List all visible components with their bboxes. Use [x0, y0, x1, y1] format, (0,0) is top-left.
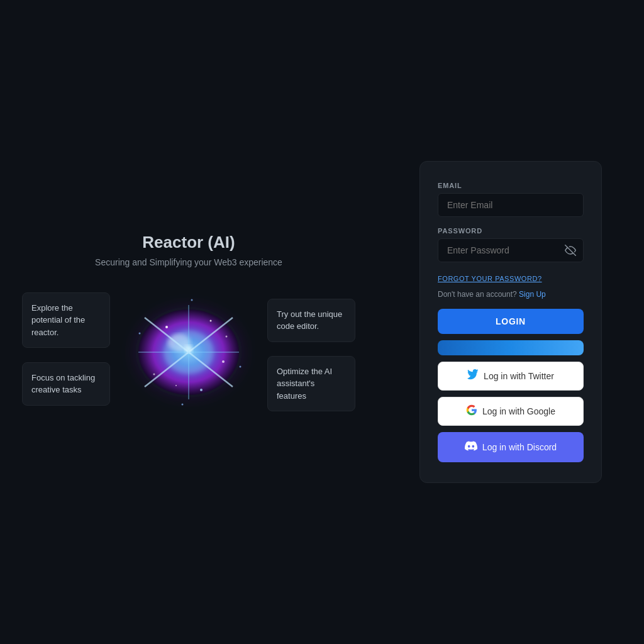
discord-login-label: Log in with Discord	[482, 442, 557, 452]
svg-point-17	[240, 365, 242, 367]
app-subtitle: Securing and Simplifying your Web3 exper…	[95, 257, 282, 267]
password-label: PASSWORD	[438, 227, 584, 235]
twitter-icon	[467, 369, 479, 383]
signup-link[interactable]: Sign Up	[519, 290, 546, 299]
discord-icon	[465, 440, 477, 455]
feature-card-explore: Explore the potential of the reactor.	[22, 292, 110, 348]
svg-point-15	[185, 345, 192, 353]
social-blue-button[interactable]	[438, 340, 584, 355]
google-icon	[466, 404, 477, 418]
svg-point-16	[139, 332, 141, 334]
feature-card-ai-assistant: Optimize the AI assistant's features	[267, 356, 355, 412]
reactor-logo-image	[119, 292, 258, 412]
email-form-group: EMAIL	[438, 182, 584, 217]
svg-point-14	[226, 335, 228, 337]
forgot-password-link[interactable]: FORGOT YOUR PASSWORD?	[438, 275, 542, 282]
svg-point-10	[222, 360, 225, 363]
discord-login-button[interactable]: Log in with Discord	[438, 432, 584, 462]
svg-point-19	[182, 403, 184, 405]
features-grid: Explore the potential of the reactor.	[22, 292, 355, 412]
right-panel: EMAIL PASSWORD FORGOT YOUR PASSWORD?	[377, 0, 644, 644]
twitter-login-button[interactable]: Log in with Twitter	[438, 362, 584, 391]
login-button[interactable]: LOGIN	[438, 309, 584, 334]
email-label: EMAIL	[438, 182, 584, 189]
svg-point-12	[200, 389, 203, 391]
feature-card-code-editor: Try out the unique code editor.	[267, 299, 355, 342]
svg-point-18	[191, 299, 193, 301]
svg-point-8	[165, 326, 168, 328]
svg-point-11	[153, 373, 155, 375]
google-login-button[interactable]: Log in with Google	[438, 397, 584, 426]
twitter-login-label: Log in with Twitter	[484, 371, 554, 381]
svg-point-9	[210, 319, 212, 321]
svg-point-13	[175, 385, 177, 386]
password-form-group: PASSWORD	[438, 227, 584, 262]
left-panel: Reactor (AI) Securing and Simplifying yo…	[0, 0, 377, 644]
signup-prompt: Don't have an account? Sign Up	[438, 290, 584, 299]
feature-card-focus: Focus on tackling creative tasks	[22, 362, 110, 406]
login-card: EMAIL PASSWORD FORGOT YOUR PASSWORD?	[419, 161, 602, 483]
app-title: Reactor (AI)	[142, 233, 235, 252]
toggle-password-icon[interactable]	[565, 245, 576, 256]
google-login-label: Log in with Google	[482, 406, 555, 416]
password-wrapper	[438, 238, 584, 262]
reactor-logo-cell	[118, 292, 260, 412]
email-input[interactable]	[438, 193, 584, 217]
password-input[interactable]	[438, 238, 584, 262]
